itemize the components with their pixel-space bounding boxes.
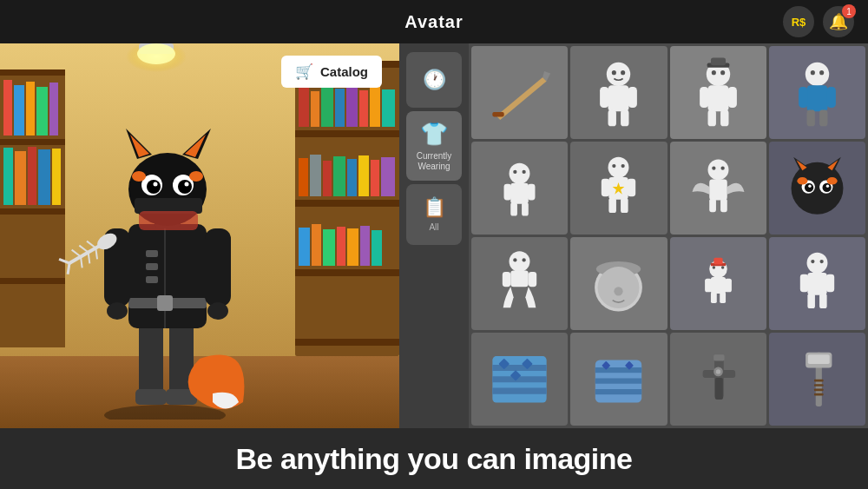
- svg-rect-109: [711, 57, 726, 65]
- svg-rect-36: [0, 69, 65, 76]
- svg-point-175: [721, 266, 724, 268]
- svg-rect-139: [709, 198, 716, 211]
- svg-rect-206: [814, 380, 824, 382]
- grid-item[interactable]: [570, 333, 667, 426]
- svg-rect-24: [347, 159, 357, 196]
- svg-rect-61: [157, 295, 173, 311]
- topbar-icons: R$ 🔔 1: [783, 6, 854, 37]
- svg-point-50: [104, 405, 226, 420]
- catalog-label: Catalog: [320, 64, 368, 79]
- grid-item[interactable]: [570, 237, 667, 330]
- grid-item[interactable]: [570, 142, 667, 235]
- svg-rect-121: [510, 183, 529, 204]
- svg-rect-140: [720, 198, 727, 211]
- svg-rect-43: [36, 87, 48, 135]
- svg-rect-31: [337, 227, 345, 266]
- svg-rect-92: [139, 211, 198, 230]
- svg-rect-19: [382, 89, 395, 127]
- svg-rect-130: [602, 178, 609, 196]
- grid-item[interactable]: [570, 46, 667, 139]
- svg-rect-173: [713, 258, 722, 265]
- svg-rect-48: [38, 149, 50, 205]
- grid-item[interactable]: [670, 333, 766, 426]
- svg-point-88: [185, 182, 189, 187]
- svg-point-161: [523, 258, 526, 261]
- all-label: All: [429, 222, 438, 233]
- svg-rect-23: [333, 156, 345, 196]
- svg-rect-209: [814, 393, 824, 396]
- svg-rect-116: [806, 109, 814, 126]
- svg-rect-115: [827, 87, 836, 108]
- svg-rect-25: [358, 155, 369, 196]
- svg-rect-168: [705, 279, 712, 292]
- grid-item[interactable]: [769, 237, 865, 330]
- svg-rect-28: [299, 228, 310, 266]
- grid-item[interactable]: [471, 46, 568, 139]
- svg-rect-99: [621, 109, 628, 126]
- svg-rect-41: [14, 85, 24, 135]
- svg-rect-22: [323, 161, 332, 196]
- svg-rect-18: [370, 86, 380, 127]
- svg-point-155: [827, 177, 838, 185]
- grid-item[interactable]: [769, 333, 865, 426]
- svg-rect-34: [372, 230, 382, 266]
- svg-point-183: [819, 260, 823, 263]
- grid-item[interactable]: [670, 46, 766, 139]
- svg-rect-107: [720, 109, 728, 126]
- grid-item[interactable]: [471, 142, 568, 235]
- grid-item[interactable]: [769, 142, 865, 235]
- svg-rect-179: [826, 274, 834, 292]
- notification-button[interactable]: 🔔 1: [823, 6, 854, 37]
- svg-point-85: [147, 180, 161, 194]
- grid-item[interactable]: [670, 237, 766, 330]
- item-art-13: [481, 342, 558, 417]
- item-art-10: [580, 247, 657, 321]
- robux-button[interactable]: R$: [783, 6, 814, 37]
- item-art-12: [779, 247, 856, 321]
- grid-item[interactable]: [471, 333, 568, 426]
- grid-item[interactable]: [471, 237, 568, 330]
- svg-rect-45: [3, 148, 13, 205]
- recent-button[interactable]: 🕐: [406, 52, 462, 108]
- all-button[interactable]: 📋 All: [406, 184, 462, 245]
- svg-rect-125: [522, 202, 529, 215]
- currently-wearing-button[interactable]: 👕 CurrentlyWearing: [406, 111, 462, 181]
- svg-rect-199: [713, 354, 724, 360]
- svg-point-135: [613, 164, 616, 168]
- item-art-6: [580, 151, 657, 226]
- svg-rect-132: [609, 198, 617, 213]
- svg-rect-124: [510, 202, 517, 215]
- svg-point-154: [797, 177, 807, 185]
- catalog-button[interactable]: 🛒 Catalog: [281, 56, 382, 88]
- svg-rect-105: [727, 87, 736, 108]
- svg-point-118: [811, 70, 815, 75]
- svg-rect-170: [711, 292, 717, 303]
- svg-rect-208: [814, 388, 824, 391]
- svg-point-153: [826, 184, 829, 187]
- svg-rect-98: [608, 109, 616, 126]
- svg-rect-42: [26, 82, 35, 135]
- svg-point-176: [806, 253, 827, 274]
- svg-rect-9: [295, 200, 399, 207]
- grid-item[interactable]: [670, 142, 766, 235]
- svg-line-74: [63, 263, 74, 274]
- svg-rect-21: [310, 155, 321, 196]
- svg-rect-104: [700, 87, 708, 108]
- svg-rect-32: [347, 228, 358, 266]
- svg-rect-158: [503, 272, 510, 287]
- items-grid: [469, 43, 868, 428]
- svg-rect-97: [628, 87, 637, 108]
- svg-point-127: [523, 170, 526, 174]
- svg-point-91: [189, 171, 203, 182]
- svg-rect-177: [807, 273, 826, 295]
- svg-point-160: [513, 258, 516, 261]
- svg-rect-11: [295, 339, 399, 346]
- svg-rect-17: [359, 90, 368, 127]
- grid-item[interactable]: [769, 46, 865, 139]
- svg-rect-133: [621, 198, 628, 213]
- svg-rect-207: [814, 384, 824, 387]
- svg-rect-53: [135, 389, 167, 405]
- svg-rect-131: [628, 178, 635, 196]
- svg-rect-27: [381, 157, 395, 196]
- svg-point-94: [607, 62, 630, 85]
